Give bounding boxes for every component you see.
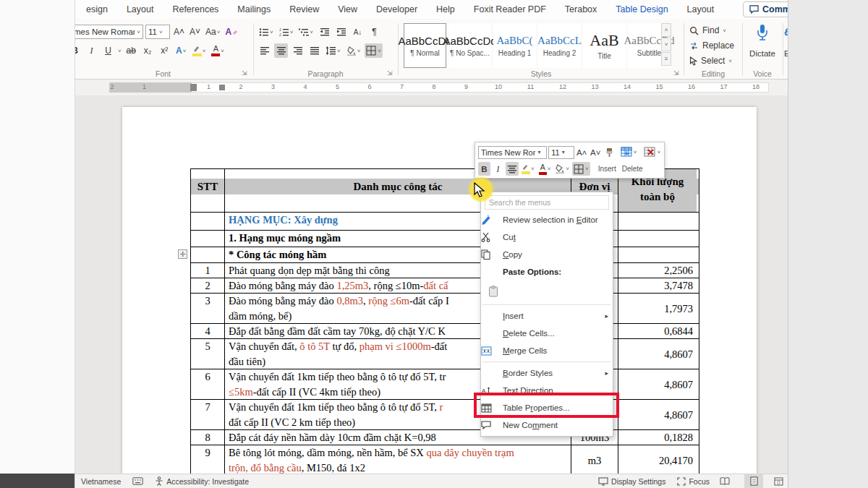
language-indicator[interactable]: Vietnamese (75, 477, 127, 486)
justify-button[interactable] (307, 43, 321, 58)
menu-item-new-comment[interactable]: New Comment (481, 416, 613, 434)
mini-delete-table-button[interactable]: ˅ (643, 145, 661, 159)
cell-quantity[interactable]: 4,8607 (618, 369, 697, 399)
mini-align-button[interactable] (506, 162, 519, 176)
mini-borders-button[interactable]: ˅ (572, 162, 590, 176)
clear-formatting-button[interactable]: A (224, 25, 239, 39)
table-row[interactable]: 2Đào móng bằng máy đào 1,25m3, rộng ≤10m… (191, 278, 699, 294)
cell-stt[interactable]: 7 (191, 400, 225, 429)
font-color-button[interactable]: A˅ (210, 43, 226, 58)
cell-stt[interactable]: 1 (191, 263, 225, 278)
line-spacing-button[interactable]: ˅ (324, 43, 342, 58)
table-row[interactable]: 8Đắp cát đáy nền hầm dày 10cm đầm chặt K… (191, 430, 699, 445)
style-title[interactable]: AaBTitle (583, 23, 626, 68)
cell-quantity[interactable] (618, 247, 697, 262)
horizontal-ruler[interactable]: 21123456789101112131415161718 (109, 82, 769, 93)
comment-button[interactable]: Comment (743, 1, 788, 17)
cell-quantity[interactable]: 0,1828 (618, 430, 697, 445)
cell-stt[interactable]: 6 (191, 369, 225, 399)
ribbon-tab-developer[interactable]: Developer (367, 0, 427, 19)
dictate-button[interactable]: Dictate (749, 49, 775, 58)
cell-stt[interactable]: 5 (191, 339, 225, 369)
highlight-button[interactable]: ˅ (191, 43, 208, 58)
shrink-font-button[interactable]: A˅ (188, 25, 202, 39)
cell-stt[interactable]: 4 (191, 324, 225, 338)
show-marks-button[interactable]: ¶ (367, 25, 381, 39)
sort-button[interactable]: A↓ (351, 25, 365, 39)
cell-quantity[interactable]: 20,4170 (618, 445, 697, 474)
table-row[interactable]: HẠNG MỤC: Xây dựng (191, 213, 699, 231)
table-row[interactable]: 5Vận chuyển đất, ô tô 5T tự đổ, phạm vi … (191, 339, 699, 369)
font-dialog-launcher[interactable]: ⇲ (242, 70, 249, 77)
mini-font-color-button[interactable]: A˅ (537, 162, 553, 176)
cell-quantity[interactable]: 4,8607 (618, 400, 697, 429)
align-center-button[interactable] (274, 43, 288, 58)
table-row[interactable]: 9Bê tông lót móng, dầm móng, nền hầm, bể… (191, 445, 699, 474)
ribbon-tab-foxit-reader-pdf[interactable]: Foxit Reader PDF (464, 0, 556, 19)
menu-item-insert[interactable]: Insert▸ (481, 307, 613, 325)
web-layout-button[interactable] (769, 474, 788, 488)
focus-button[interactable]: Focus (671, 477, 715, 486)
cell-unit[interactable]: m3 (571, 445, 618, 474)
cell-quantity[interactable]: 3,7478 (618, 278, 697, 293)
cell-stt[interactable] (191, 247, 225, 262)
table-row[interactable]: 1Phát quang dọn dẹp mặt bằng thi công2,2… (191, 263, 699, 278)
ribbon-tab-layout[interactable]: Layout (117, 0, 163, 19)
ribbon-tab-mailings[interactable]: Mailings (228, 0, 280, 19)
print-layout-button[interactable] (744, 474, 763, 488)
display-settings-button[interactable]: Display Settings (592, 477, 671, 486)
menu-item-review-selection-in-editor[interactable]: Review selection in Editor (481, 211, 613, 228)
mini-highlight-button[interactable]: ˅ (520, 162, 536, 176)
text-effects-button[interactable]: A˅ (174, 43, 188, 58)
ribbon-tab-view[interactable]: View (328, 0, 367, 19)
bullet-list-button[interactable]: ˅ (258, 25, 275, 39)
table-move-handle[interactable]: ✛ (178, 249, 187, 259)
indent-marker[interactable] (190, 84, 197, 91)
header-stt[interactable]: STT (191, 169, 225, 212)
cell-stt[interactable]: 8 (191, 430, 225, 445)
menu-item-cut[interactable]: Cut (481, 228, 613, 246)
cell-stt[interactable]: 3 (191, 294, 225, 323)
table-row[interactable]: 3Đào móng bằng máy đào 0,8m3, rộng ≤6m-đ… (191, 294, 699, 324)
cell-stt[interactable]: 2 (191, 278, 225, 293)
cell-stt[interactable] (191, 231, 225, 247)
menu-item-delete-cells[interactable]: Delete Cells... (481, 325, 613, 342)
cell-stt[interactable] (191, 213, 225, 230)
cell-quantity[interactable]: 4,8607 (618, 339, 697, 369)
shading-button[interactable]: ˅ (345, 43, 362, 58)
read-mode-button[interactable] (715, 474, 734, 488)
menu-item-paste-options[interactable]: Paste Options: (481, 263, 613, 281)
cell-quantity[interactable] (618, 213, 697, 230)
menu-item-border-styles[interactable]: Border Styles▸ (481, 364, 613, 382)
grow-font-button[interactable]: A˄ (172, 25, 186, 39)
menu-search-input[interactable]: Search the menus (485, 195, 609, 210)
select-button[interactable]: Select˅ (689, 53, 732, 68)
decrease-indent-button[interactable] (318, 25, 331, 39)
table-row[interactable]: 1. Hạng mục móng ngầm (191, 231, 699, 247)
styles-dialog-launcher[interactable]: ⇲ (673, 70, 681, 77)
ribbon-tab-references[interactable]: References (163, 0, 228, 19)
cell-quantity[interactable]: 0,6844 (618, 324, 697, 338)
table-row[interactable]: 6Vận chuyển đất 1km tiếp theo bằng ô tô … (191, 369, 699, 400)
italic-button[interactable]: I (85, 43, 98, 58)
ribbon-tab-terabox[interactable]: Terabox (556, 0, 606, 19)
mini-bold-button[interactable]: B (478, 162, 490, 176)
table-row[interactable]: 4Đắp đất bằng đầm đất cầm tay 70kg, độ c… (191, 324, 699, 339)
ribbon-tab-esign[interactable]: esign (77, 0, 117, 19)
cell-quantity[interactable]: 2,2506 (618, 263, 697, 278)
ribbon-tab-layout[interactable]: Layout (678, 0, 724, 19)
ribbon-tab-help[interactable]: Help (427, 0, 464, 19)
align-right-button[interactable] (291, 43, 305, 58)
cell-quantity[interactable] (618, 231, 697, 247)
find-button[interactable]: Find˅ (689, 23, 726, 38)
paragraph-dialog-launcher[interactable]: ⇲ (387, 70, 394, 77)
font-size-combo[interactable]: 11˅ (145, 25, 170, 39)
style-heading-1[interactable]: AaBbC(Heading 1 (493, 23, 536, 68)
table-row[interactable]: 7Vận chuyển đất 1km tiếp theo bằng ô tô … (191, 400, 699, 430)
paste-option-keep-source[interactable] (481, 281, 613, 302)
align-left-button[interactable] (258, 43, 271, 58)
menu-item-merge-cells[interactable]: Merge Cells (481, 342, 613, 359)
style--no-spac-[interactable]: AaBbCcDd¶ No Spac... (448, 23, 491, 68)
mini-shading-button[interactable]: ˅ (553, 162, 571, 176)
strikethrough-button[interactable]: ab (124, 43, 138, 58)
